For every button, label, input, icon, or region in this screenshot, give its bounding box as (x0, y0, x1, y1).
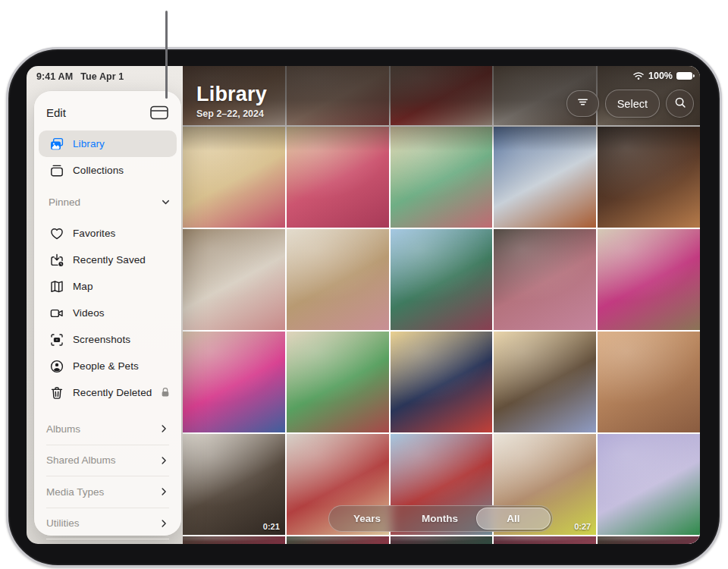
chevron-right-icon (158, 423, 169, 434)
select-button[interactable]: Select (605, 90, 660, 118)
photo-thumbnail[interactable] (391, 229, 493, 330)
recently-saved-icon (49, 252, 64, 268)
sidebar-toggle-icon[interactable] (149, 105, 169, 121)
sidebar-pinned-items: FavoritesRecently SavedMapVideosScreensh… (34, 220, 181, 406)
chevron-down-icon[interactable] (160, 196, 171, 208)
sidebar-item-recently-deleted[interactable]: Recently Deleted (39, 379, 177, 406)
status-time: 9:41 AM (36, 71, 73, 82)
sidebar-link-label: Albums (46, 423, 80, 435)
trash-icon (49, 385, 64, 401)
photo-thumbnail[interactable] (287, 332, 389, 432)
sidebar-item-library[interactable]: Library (39, 130, 177, 157)
time-scope-segmented-control: YearsMonthsAll (328, 505, 553, 532)
sidebar-item-label: Recently Deleted (73, 387, 152, 398)
photo-thumbnail[interactable] (494, 229, 596, 330)
pinned-section-label: Pinned (49, 196, 80, 208)
ipad-screen: 0:210:27 9:41 AMTue Apr 1 100% Library S… (27, 66, 700, 544)
sidebar-main-items: LibraryCollections (34, 130, 181, 184)
photo-thumbnail[interactable] (598, 229, 700, 330)
photo-thumbnail[interactable] (494, 127, 596, 228)
chevron-right-icon (158, 486, 169, 497)
photo-thumbnail[interactable] (391, 332, 493, 432)
wifi-icon (632, 71, 645, 80)
photo-thumbnail[interactable] (183, 229, 285, 330)
search-icon (673, 96, 687, 112)
photos-icon (49, 136, 64, 152)
time-scope-label: Years (353, 513, 381, 524)
status-indicators: 100% (632, 71, 692, 81)
battery-percent-label: 100% (648, 71, 673, 81)
photo-thumbnail[interactable]: 0:21 (183, 434, 285, 535)
photo-thumbnail[interactable] (598, 127, 700, 228)
header-actions: Select (566, 90, 694, 118)
video-duration-label: 0:21 (263, 522, 280, 531)
marketing-canvas: 0:210:27 9:41 AMTue Apr 1 100% Library S… (0, 0, 728, 569)
date-range-subtitle: Sep 2–22, 2024 (196, 108, 267, 119)
time-scope-label: All (507, 513, 519, 524)
screenshot-icon (49, 332, 64, 347)
sidebar-panel: Edit LibraryCollections Pinned Favorites… (34, 91, 181, 536)
ipad-device-frame: 0:210:27 9:41 AMTue Apr 1 100% Library S… (6, 47, 722, 567)
photo-thumbnail[interactable] (598, 332, 700, 432)
battery-icon (676, 72, 692, 80)
sidebar-item-favorites[interactable]: Favorites (39, 220, 177, 247)
chevron-right-icon (158, 518, 169, 529)
sidebar-item-collections[interactable]: Collections (39, 157, 177, 184)
video-duration-label: 0:27 (574, 522, 591, 531)
sidebar-link-label: Shared Albums (46, 454, 116, 466)
sidebar-item-videos[interactable]: Videos (39, 300, 177, 326)
photo-thumbnail[interactable] (391, 127, 493, 228)
sidebar-link-shared-albums[interactable]: Shared Albums (46, 445, 169, 476)
chevron-right-icon (158, 455, 169, 466)
status-date: Tue Apr 1 (80, 71, 124, 82)
status-time-date: 9:41 AMTue Apr 1 (36, 71, 124, 82)
pinned-section-header[interactable]: Pinned (39, 190, 177, 213)
sidebar-link-label: Utilities (46, 517, 80, 529)
photo-thumbnail[interactable] (287, 536, 389, 544)
photo-grid: 0:210:27 (183, 66, 700, 544)
sidebar-item-label: Screenshots (73, 334, 130, 345)
page-header: Library Sep 2–22, 2024 (196, 83, 267, 119)
time-scope-months[interactable]: Months (403, 508, 476, 530)
sidebar-item-label: Recently Saved (73, 254, 146, 266)
filter-icon (576, 95, 590, 112)
photo-thumbnail[interactable] (287, 127, 389, 228)
status-bar: 9:41 AMTue Apr 1 100% (27, 66, 700, 87)
lock-icon (159, 386, 172, 399)
map-icon (49, 278, 64, 294)
photo-thumbnail[interactable] (598, 434, 700, 535)
sidebar-item-people-pets[interactable]: People & Pets (39, 353, 177, 379)
sidebar-item-label: People & Pets (73, 360, 139, 372)
sidebar-item-screenshots[interactable]: Screenshots (39, 326, 177, 353)
sidebar-header: Edit (34, 101, 181, 124)
sidebar-link-albums[interactable]: Albums (46, 413, 169, 445)
callout-line (165, 11, 168, 99)
sidebar-link-utilities[interactable]: Utilities (46, 508, 169, 540)
search-button[interactable] (666, 90, 694, 118)
sidebar-item-label: Collections (73, 165, 124, 176)
filter-button[interactable] (566, 90, 599, 117)
time-scope-years[interactable]: Years (331, 508, 403, 530)
sidebar-item-map[interactable]: Map (39, 273, 177, 300)
time-scope-all[interactable]: All (476, 508, 551, 530)
photo-thumbnail[interactable] (183, 127, 285, 228)
video-icon (49, 305, 64, 321)
select-button-label: Select (617, 98, 648, 110)
photo-thumbnail[interactable] (494, 332, 596, 432)
photo-thumbnail[interactable] (598, 536, 700, 544)
edit-button[interactable]: Edit (46, 106, 66, 119)
heart-icon (49, 225, 64, 241)
photo-thumbnail[interactable] (183, 332, 285, 432)
photo-thumbnail[interactable] (391, 536, 493, 544)
sidebar-link-label: Media Types (46, 486, 104, 498)
person-icon (49, 358, 64, 374)
photo-thumbnail[interactable] (494, 536, 596, 544)
sidebar-item-recently-saved[interactable]: Recently Saved (39, 247, 177, 273)
sidebar-item-label: Library (73, 138, 105, 149)
sidebar-link-media-types[interactable]: Media Types (46, 476, 169, 508)
photo-thumbnail[interactable] (287, 229, 389, 330)
sidebar-item-label: Favorites (73, 228, 115, 239)
photo-thumbnail[interactable] (183, 536, 285, 544)
sidebar-item-label: Videos (73, 307, 105, 319)
sidebar-link-rows: AlbumsShared AlbumsMedia TypesUtilities (46, 413, 169, 539)
